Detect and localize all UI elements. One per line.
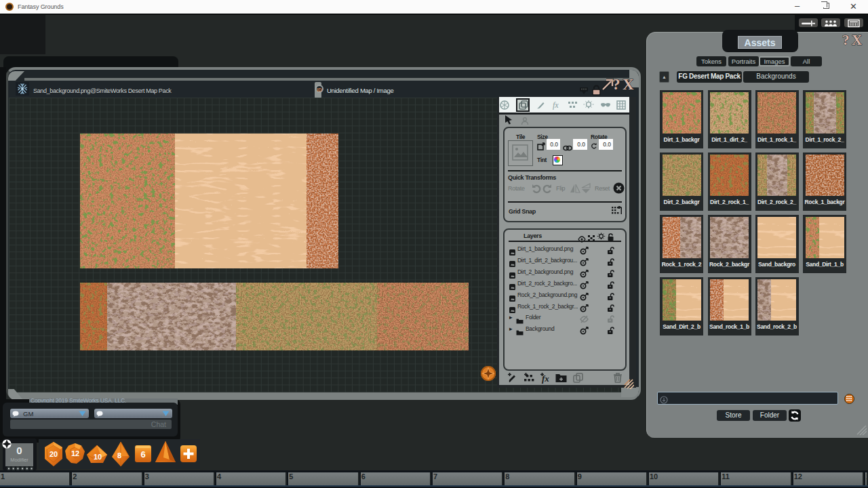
svg-text:20: 20	[50, 450, 58, 458]
svg-text:X: X	[852, 32, 862, 48]
svg-text:?: ?	[842, 32, 850, 48]
svg-text:fx: fx	[553, 100, 559, 110]
svg-text:8: 8	[117, 451, 121, 460]
svg-text:12: 12	[71, 449, 79, 458]
svg-text:10: 10	[94, 453, 102, 461]
svg-text:?: ?	[612, 76, 620, 93]
svg-text:6: 6	[140, 449, 145, 460]
svg-text:X: X	[623, 76, 634, 93]
